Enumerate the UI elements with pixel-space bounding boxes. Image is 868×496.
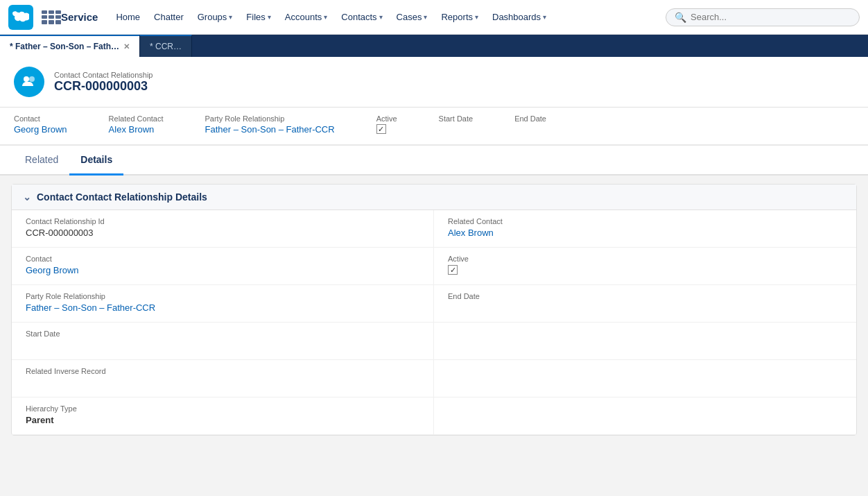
search-icon: 🔍: [675, 12, 686, 23]
summary-contact-value[interactable]: Georg Brown: [14, 124, 67, 135]
field-value-start-date: [26, 340, 419, 352]
search-input[interactable]: [691, 12, 851, 22]
tab-father-son[interactable]: * Father – Son-Son – Fath… ✕: [0, 35, 140, 57]
field-hierarchy-right: [434, 397, 856, 435]
field-related-inverse: Related Inverse Record ✎: [12, 360, 434, 397]
salesforce-logo[interactable]: [8, 5, 33, 30]
field-value-hierarchy-right: [448, 404, 842, 417]
section-header: ⌄ Contact Contact Relationship Details: [12, 185, 856, 210]
nav-items: Home Chatter Groups ▾ Files ▾ Accounts ▾…: [109, 0, 666, 34]
summary-party-role: Party Role Relationship Father – Son-Son…: [205, 114, 334, 135]
summary-start-date: Start Date: [439, 114, 474, 135]
field-related-inverse-right: [434, 360, 856, 397]
record-type-icon: [14, 67, 44, 97]
section-title: Contact Contact Relationship Details: [37, 191, 207, 203]
summary-related-contact: Related Contact Alex Brown: [109, 114, 164, 135]
summary-party-role-label: Party Role Relationship: [205, 114, 334, 123]
summary-start-date-label: Start Date: [439, 114, 474, 123]
detail-tabs: Related Details: [0, 146, 868, 176]
record-header-text: Contact Contact Relationship CCR-0000000…: [54, 71, 153, 94]
field-end-date: End Date ✎: [434, 285, 856, 323]
record-type-label: Contact Contact Relationship: [54, 71, 153, 79]
nav-groups-chevron: ▾: [229, 13, 232, 21]
nav-files[interactable]: Files ▾: [239, 0, 277, 34]
contact-link[interactable]: Georg Brown: [26, 265, 79, 275]
field-label-contact: Contact: [26, 255, 419, 263]
tab-close-icon[interactable]: ✕: [123, 42, 130, 51]
active-checkbox: ✓: [448, 265, 458, 275]
summary-related-contact-label: Related Contact: [109, 114, 164, 123]
record-id: CCR-000000003: [54, 79, 153, 94]
nav-files-chevron: ▾: [268, 13, 271, 21]
nav-reports-chevron: ▾: [475, 13, 478, 21]
field-start-date-right: [434, 323, 856, 360]
field-label-crm-id: Contact Relationship Id: [26, 217, 419, 225]
summary-end-date-label: End Date: [514, 114, 546, 123]
record-summary: Contact Georg Brown Related Contact Alex…: [0, 108, 868, 146]
field-related-contact: Related Contact Alex Brown ✎: [434, 210, 856, 248]
tab-details[interactable]: Details: [69, 146, 123, 176]
collapse-icon[interactable]: ⌄: [23, 191, 31, 203]
nav-contacts-chevron: ▾: [379, 13, 383, 21]
field-value-related-inverse-right: [448, 367, 842, 379]
summary-contact-label: Contact: [14, 114, 67, 123]
search-bar: 🔍: [666, 8, 860, 26]
field-value-hierarchy-type: Parent: [26, 415, 419, 427]
field-label-hierarchy-type: Hierarchy Type: [26, 404, 419, 413]
field-active: Active ✓ ✎: [434, 248, 856, 285]
summary-end-date: End Date: [514, 114, 546, 135]
field-hierarchy-type: Hierarchy Type Parent ✎: [12, 397, 434, 435]
summary-active: Active ✓: [376, 114, 397, 135]
field-label-end-date: End Date: [448, 292, 842, 300]
field-value-start-date-right: [448, 330, 842, 342]
nav-cases-chevron: ▾: [424, 13, 427, 21]
record-header: Contact Contact Relationship CCR-0000000…: [0, 57, 868, 108]
field-label-party-role: Party Role Relationship: [26, 292, 419, 300]
nav-chatter[interactable]: Chatter: [147, 0, 191, 34]
detail-section: ⌄ Contact Contact Relationship Details C…: [11, 184, 857, 436]
field-value-active: ✓: [448, 265, 842, 277]
svg-point-1: [29, 76, 35, 82]
nav-dashboards-chevron: ▾: [543, 13, 546, 21]
field-value-contact: Georg Brown: [26, 265, 419, 277]
summary-contact: Contact Georg Brown: [14, 114, 67, 135]
field-contact-relationship-id: Contact Relationship Id CCR-000000003 ✎: [12, 210, 434, 248]
field-label-related-contact: Related Contact: [448, 217, 842, 225]
field-value-party-role: Father – Son-Son – Father-CCR: [26, 302, 419, 315]
fields-grid: Contact Relationship Id CCR-000000003 ✎ …: [12, 210, 856, 435]
nav-dashboards[interactable]: Dashboards ▾: [485, 0, 553, 34]
nav-contacts[interactable]: Contacts ▾: [334, 0, 389, 34]
nav-accounts-chevron: ▾: [324, 13, 327, 21]
field-value-related-inverse: [26, 377, 419, 390]
party-role-link[interactable]: Father – Son-Son – Father-CCR: [26, 302, 155, 313]
apps-grid-icon[interactable]: [39, 8, 58, 27]
field-contact: Contact Georg Brown ✎: [12, 248, 434, 285]
tab-related[interactable]: Related: [14, 146, 69, 176]
field-label-start-date: Start Date: [26, 330, 419, 338]
tab-bar: * Father – Son-Son – Fath… ✕ * CCR…: [0, 35, 868, 57]
nav-home[interactable]: Home: [109, 0, 147, 34]
nav-accounts[interactable]: Accounts ▾: [278, 0, 334, 34]
field-value-related-contact: Alex Brown: [448, 228, 842, 240]
summary-active-checkbox: ✓: [376, 124, 386, 134]
nav-cases[interactable]: Cases ▾: [390, 0, 435, 34]
summary-related-contact-value[interactable]: Alex Brown: [109, 124, 155, 135]
nav-groups[interactable]: Groups ▾: [191, 0, 240, 34]
nav-reports[interactable]: Reports ▾: [434, 0, 485, 34]
summary-party-role-value[interactable]: Father – Son-Son – Father-CCR: [205, 124, 334, 135]
related-contact-link[interactable]: Alex Brown: [448, 228, 494, 238]
field-label-related-inverse: Related Inverse Record: [26, 367, 419, 375]
top-nav: Service Home Chatter Groups ▾ Files ▾ Ac…: [0, 0, 868, 35]
field-value-end-date: [448, 302, 842, 315]
svg-point-0: [24, 76, 29, 82]
app-name: Service: [61, 11, 98, 23]
field-start-date: Start Date ✎: [12, 323, 434, 360]
main-content: Related Details ⌄ Contact Contact Relati…: [0, 146, 868, 436]
tab-ccr[interactable]: * CCR…: [140, 35, 192, 57]
field-label-active: Active: [448, 255, 842, 263]
summary-active-label: Active: [376, 114, 397, 123]
field-party-role: Party Role Relationship Father – Son-Son…: [12, 285, 434, 323]
field-value-crm-id: CCR-000000003: [26, 228, 419, 240]
